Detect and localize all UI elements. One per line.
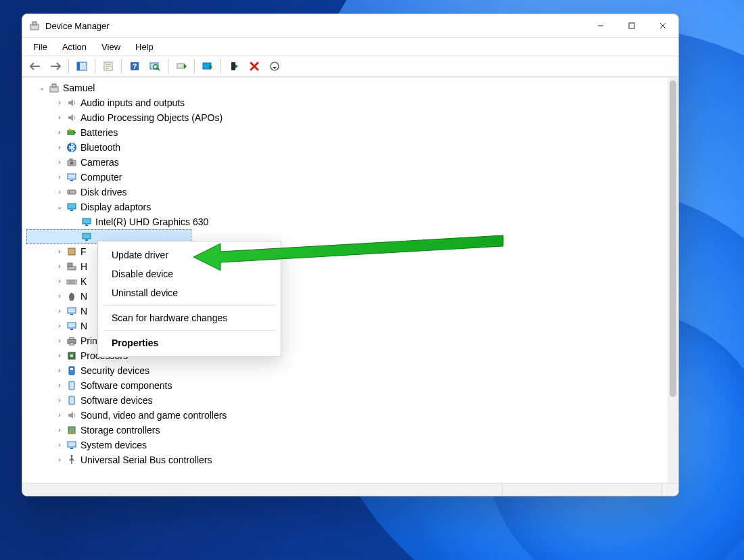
help-button[interactable]: ? bbox=[126, 57, 143, 75]
expand-icon[interactable]: › bbox=[55, 95, 64, 110]
svg-rect-33 bbox=[68, 248, 75, 255]
svg-rect-39 bbox=[70, 314, 73, 315]
expand-icon[interactable]: › bbox=[55, 408, 64, 423]
network-icon bbox=[66, 320, 78, 332]
expand-icon[interactable]: › bbox=[55, 140, 64, 155]
back-button[interactable] bbox=[26, 57, 44, 75]
enable-device-button[interactable] bbox=[199, 57, 216, 75]
tree-item-display[interactable]: ⌄ Display adaptors bbox=[26, 200, 666, 214]
update-driver-button[interactable] bbox=[172, 57, 190, 75]
svg-rect-53 bbox=[70, 448, 73, 449]
show-hide-tree-button[interactable] bbox=[73, 57, 91, 75]
add-legacy-button[interactable] bbox=[266, 57, 283, 75]
svg-rect-2 bbox=[629, 23, 634, 28]
tree-item-usb[interactable]: › Universal Serial Bus controllers bbox=[26, 452, 666, 467]
close-button[interactable] bbox=[647, 14, 678, 37]
forward-button[interactable] bbox=[47, 57, 64, 75]
disable-device-button[interactable] bbox=[225, 57, 243, 75]
expand-icon[interactable]: › bbox=[55, 319, 64, 333]
expand-icon[interactable]: › bbox=[55, 110, 64, 125]
tree-item-cameras[interactable]: › Cameras bbox=[26, 155, 666, 170]
status-bar bbox=[22, 483, 678, 496]
tree-label: N bbox=[80, 289, 87, 304]
expand-icon[interactable]: › bbox=[55, 363, 64, 378]
expand-icon[interactable]: › bbox=[55, 393, 64, 408]
tree-label: Computer bbox=[80, 170, 122, 185]
expand-icon[interactable]: › bbox=[55, 185, 64, 200]
ctx-scan-hardware[interactable]: Scan for hardware changes bbox=[98, 308, 281, 327]
menu-file[interactable]: File bbox=[26, 41, 54, 53]
tree-item-sw-components[interactable]: › Software components bbox=[26, 378, 666, 393]
tree-item-system[interactable]: › System devices bbox=[26, 438, 666, 452]
tree-label: F bbox=[80, 244, 87, 259]
expand-icon[interactable]: › bbox=[55, 452, 64, 467]
tree-item-audio-io[interactable]: › Audio inputs and outputs bbox=[26, 95, 666, 110]
expand-icon[interactable]: › bbox=[55, 423, 64, 438]
tree-root[interactable]: ⌄ Samuel bbox=[26, 80, 666, 95]
mouse-icon bbox=[66, 290, 78, 302]
tree-item-intel-gpu[interactable]: Intel(R) UHD Graphics 630 bbox=[26, 214, 666, 229]
tree-item-disk[interactable]: › Disk drives bbox=[26, 185, 666, 200]
minimize-button[interactable] bbox=[585, 14, 616, 37]
ctx-uninstall-device[interactable]: Uninstall device bbox=[98, 283, 281, 302]
expand-icon[interactable]: › bbox=[55, 259, 64, 274]
expand-icon[interactable]: › bbox=[55, 289, 64, 304]
tree-item-security[interactable]: › Security devices bbox=[26, 363, 666, 378]
scan-hardware-button[interactable] bbox=[146, 57, 164, 75]
expand-icon[interactable]: › bbox=[55, 125, 64, 140]
tree-item-apo[interactable]: › Audio Processing Objects (APOs) bbox=[26, 110, 666, 125]
svg-rect-50 bbox=[69, 396, 74, 404]
tree-label: Security devices bbox=[80, 363, 149, 378]
expand-icon[interactable]: › bbox=[55, 244, 64, 259]
tree-item-bluetooth[interactable]: › Bluetooth bbox=[26, 140, 666, 155]
scroll-thumb[interactable] bbox=[670, 80, 676, 397]
ctx-label: Properties bbox=[112, 337, 158, 348]
context-menu: Update driver Disable device Uninstall d… bbox=[97, 241, 281, 357]
svg-point-18 bbox=[68, 129, 71, 131]
keyboard-icon bbox=[66, 275, 78, 287]
toolbar: ? bbox=[22, 56, 678, 77]
title-bar: Device Manager bbox=[22, 14, 678, 38]
tree-item-sound[interactable]: › Sound, video and game controllers bbox=[26, 408, 666, 423]
svg-rect-15 bbox=[52, 84, 56, 87]
tree-item-batteries[interactable]: › Batteries bbox=[26, 125, 666, 140]
properties-button[interactable] bbox=[99, 57, 117, 75]
svg-rect-34 bbox=[68, 266, 76, 270]
expand-icon[interactable]: › bbox=[55, 274, 64, 289]
svg-point-54 bbox=[71, 455, 73, 457]
tree-item-computer[interactable]: › Computer bbox=[26, 170, 666, 185]
expand-icon[interactable]: › bbox=[55, 438, 64, 452]
expand-icon[interactable]: › bbox=[55, 304, 64, 319]
collapse-icon[interactable]: ⌄ bbox=[37, 80, 47, 95]
bluetooth-icon bbox=[66, 141, 78, 154]
collapse-icon[interactable]: ⌄ bbox=[55, 200, 64, 214]
ctx-update-driver[interactable]: Update driver bbox=[98, 246, 281, 264]
tree-label: N bbox=[80, 304, 87, 319]
expand-icon[interactable]: › bbox=[55, 333, 64, 348]
tree-label: K bbox=[80, 274, 87, 289]
svg-rect-41 bbox=[70, 329, 73, 330]
maximize-button[interactable] bbox=[616, 14, 647, 37]
vertical-scrollbar[interactable] bbox=[668, 78, 678, 484]
tree-item-storage[interactable]: › Storage controllers bbox=[26, 423, 666, 438]
tree-item-sw-devices[interactable]: › Software devices bbox=[26, 393, 666, 408]
svg-rect-35 bbox=[68, 263, 72, 266]
svg-rect-10 bbox=[177, 64, 183, 68]
expand-icon[interactable]: › bbox=[55, 378, 64, 393]
menu-help[interactable]: Help bbox=[129, 41, 160, 53]
ctx-label: Update driver bbox=[112, 250, 168, 260]
tree-label: Audio inputs and outputs bbox=[80, 95, 185, 110]
ctx-label: Uninstall device bbox=[112, 287, 178, 298]
ctx-properties[interactable]: Properties bbox=[98, 333, 281, 352]
svg-rect-52 bbox=[68, 442, 76, 447]
expand-icon[interactable]: › bbox=[55, 348, 64, 363]
expand-icon[interactable]: › bbox=[55, 155, 64, 170]
ctx-disable-device[interactable]: Disable device bbox=[98, 264, 281, 283]
menu-view[interactable]: View bbox=[95, 41, 127, 53]
expand-icon[interactable]: › bbox=[55, 170, 64, 185]
menu-action[interactable]: Action bbox=[55, 41, 93, 53]
uninstall-device-button[interactable] bbox=[246, 57, 263, 75]
hid-icon bbox=[66, 260, 78, 273]
separator bbox=[103, 305, 275, 306]
display-adapter-icon bbox=[80, 216, 93, 228]
